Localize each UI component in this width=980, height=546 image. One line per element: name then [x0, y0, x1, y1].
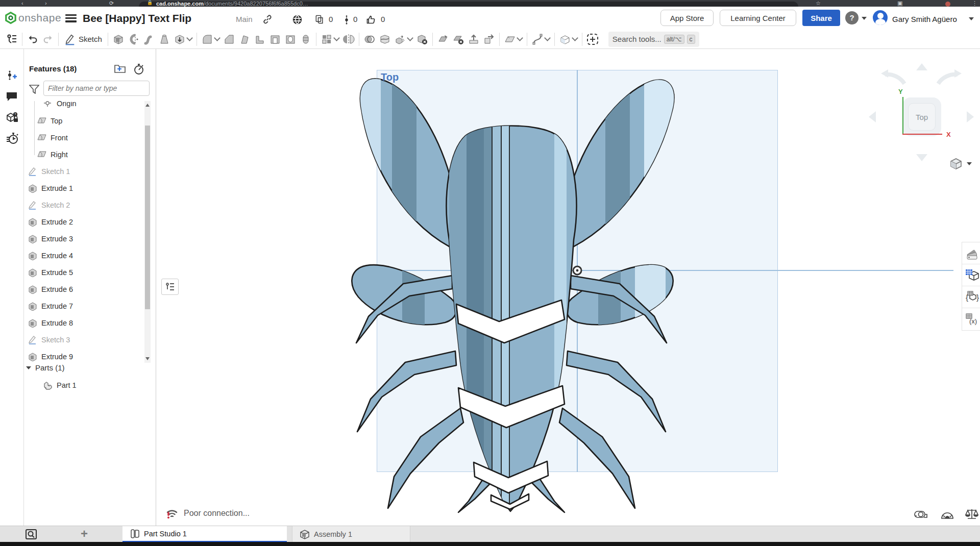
- app-store-button[interactable]: App Store: [660, 10, 714, 26]
- rotate-west-arrow[interactable]: [869, 111, 876, 122]
- shell-icon[interactable]: [267, 32, 283, 47]
- tree-item-sketch[interactable]: Sketch 2: [28, 197, 70, 213]
- rotate-left-arrow-icon[interactable]: [877, 68, 908, 89]
- sweep-icon[interactable]: [141, 32, 157, 47]
- new-folder-icon[interactable]: [114, 63, 125, 73]
- split-icon[interactable]: [377, 32, 393, 47]
- scroll-up-arrow[interactable]: [145, 104, 150, 107]
- draft-icon[interactable]: [237, 32, 252, 47]
- panel-collapse-handle[interactable]: [161, 279, 179, 295]
- mate-connector-icon[interactable]: [585, 32, 600, 47]
- help-caret-icon[interactable]: [862, 17, 867, 20]
- filter-icon[interactable]: [29, 85, 39, 94]
- scroll-down-arrow[interactable]: [145, 357, 150, 360]
- delete-face-icon[interactable]: [451, 32, 466, 47]
- part-row[interactable]: Part 1: [43, 381, 77, 390]
- rotate-right-arrow-icon[interactable]: [935, 68, 966, 89]
- view-mode-cube-icon[interactable]: [949, 157, 963, 170]
- tree-item-sketch[interactable]: Sketch 3: [28, 332, 70, 348]
- browser-profile-avatar[interactable]: [945, 2, 950, 7]
- revolve-icon[interactable]: [126, 32, 141, 47]
- tab-part-studio[interactable]: Part Studio 1: [122, 526, 287, 542]
- tree-item-extrude[interactable]: Extrude 6: [28, 282, 73, 297]
- versions-icon[interactable]: [343, 14, 353, 24]
- extrude-icon[interactable]: [111, 32, 126, 47]
- thicken-icon[interactable]: [172, 32, 187, 47]
- tree-item-extrude[interactable]: Extrude 1: [28, 181, 73, 196]
- part-geometry[interactable]: [347, 66, 715, 515]
- feature-list-toggle-icon[interactable]: [4, 32, 19, 47]
- comments-icon[interactable]: [6, 91, 19, 104]
- browser-back-icon[interactable]: ‹: [21, 0, 23, 6]
- configured-features-table-icon[interactable]: {}: [962, 286, 980, 308]
- document-title[interactable]: Bee [Happy] Text Flip: [83, 12, 191, 24]
- bookmark-star-icon[interactable]: ☆: [816, 0, 821, 7]
- onshape-logo-icon[interactable]: [4, 11, 17, 24]
- view-cube[interactable]: Top Y X: [865, 59, 980, 177]
- browser-menu-icon[interactable]: ⋮: [972, 0, 977, 7]
- parts-collapse-caret[interactable]: [26, 366, 31, 369]
- delete-part-icon[interactable]: [414, 32, 430, 47]
- tree-item-extrude[interactable]: Extrude 7: [28, 299, 73, 314]
- user-menu-caret-icon[interactable]: [969, 17, 974, 20]
- view-mode-caret[interactable]: [967, 162, 972, 165]
- tree-scrollbar[interactable]: [144, 101, 151, 363]
- link-icon[interactable]: [262, 14, 273, 24]
- chamfer-icon[interactable]: [222, 32, 237, 47]
- view-cube-face-top[interactable]: Top: [908, 103, 936, 131]
- tree-item-extrude[interactable]: Extrude 8: [28, 315, 73, 331]
- wrap-icon[interactable]: [298, 32, 313, 47]
- surface-icon[interactable]: [557, 32, 573, 47]
- rib-icon[interactable]: [252, 32, 267, 47]
- plane-icon[interactable]: [502, 32, 518, 47]
- tree-item-origin[interactable]: Origin: [43, 101, 77, 111]
- thicken-dropdown-caret[interactable]: [186, 35, 193, 41]
- undo-icon[interactable]: [25, 32, 40, 47]
- search-tools[interactable]: Search tools... alt/⌥ c: [608, 32, 699, 47]
- mass-properties-icon[interactable]: [965, 508, 980, 522]
- share-button[interactable]: Share: [802, 10, 840, 26]
- tree-item-plane-top[interactable]: Top: [37, 113, 62, 129]
- rotate-north-arrow[interactable]: [916, 63, 927, 70]
- likes-icon[interactable]: [365, 14, 376, 24]
- help-cube-icon[interactable]: ?: [6, 111, 19, 125]
- linear-pattern-icon[interactable]: [319, 32, 334, 47]
- globe-icon[interactable]: [292, 14, 302, 24]
- document-menu-icon[interactable]: [65, 14, 77, 22]
- history-stopwatch-icon[interactable]: [6, 132, 19, 145]
- move-face-icon[interactable]: [435, 32, 451, 47]
- pattern-dropdown-caret[interactable]: [333, 35, 340, 41]
- user-avatar[interactable]: [873, 10, 888, 25]
- surface-dropdown-caret[interactable]: [572, 35, 578, 41]
- plane-dropdown-caret[interactable]: [517, 35, 523, 41]
- browser-forward-icon[interactable]: ›: [45, 0, 47, 6]
- transform-dropdown-caret[interactable]: [407, 35, 413, 41]
- sketch-button[interactable]: Sketch: [64, 33, 102, 46]
- tree-item-extrude[interactable]: Extrude 5: [28, 265, 73, 280]
- rotate-south-arrow[interactable]: [916, 154, 927, 161]
- transform-icon[interactable]: [393, 32, 408, 47]
- appearance-swatches-icon[interactable]: [962, 242, 980, 264]
- loft-icon[interactable]: [157, 32, 172, 47]
- copies-icon[interactable]: [314, 14, 325, 24]
- tape-measure-icon[interactable]: [914, 508, 929, 522]
- boolean-icon[interactable]: [362, 32, 377, 47]
- tree-item-extrude[interactable]: Extrude 3: [28, 231, 73, 246]
- rotate-east-arrow[interactable]: [967, 111, 974, 122]
- graphics-viewport[interactable]: Top: [156, 49, 980, 526]
- user-name[interactable]: Gary Smith Agüero: [892, 15, 957, 23]
- variables-table-icon[interactable]: (x): [962, 308, 980, 330]
- curve-dropdown-caret[interactable]: [544, 35, 551, 41]
- mirror-icon[interactable]: [341, 32, 356, 47]
- tab-manager-icon[interactable]: [22, 528, 40, 541]
- tree-item-extrude[interactable]: Extrude 4: [28, 248, 73, 263]
- tab-assembly[interactable]: Assembly 1: [292, 526, 410, 542]
- hole-icon[interactable]: [283, 32, 298, 47]
- learning-center-button[interactable]: Learning Center: [720, 10, 796, 26]
- tree-item-extrude[interactable]: Extrude 2: [28, 214, 73, 230]
- import-icon[interactable]: [466, 32, 481, 47]
- fillet-icon[interactable]: [200, 32, 215, 47]
- versions-history-icon[interactable]: [6, 69, 19, 83]
- parts-section-header[interactable]: Parts (1): [26, 363, 65, 372]
- rollback-stopwatch-icon[interactable]: [133, 63, 144, 73]
